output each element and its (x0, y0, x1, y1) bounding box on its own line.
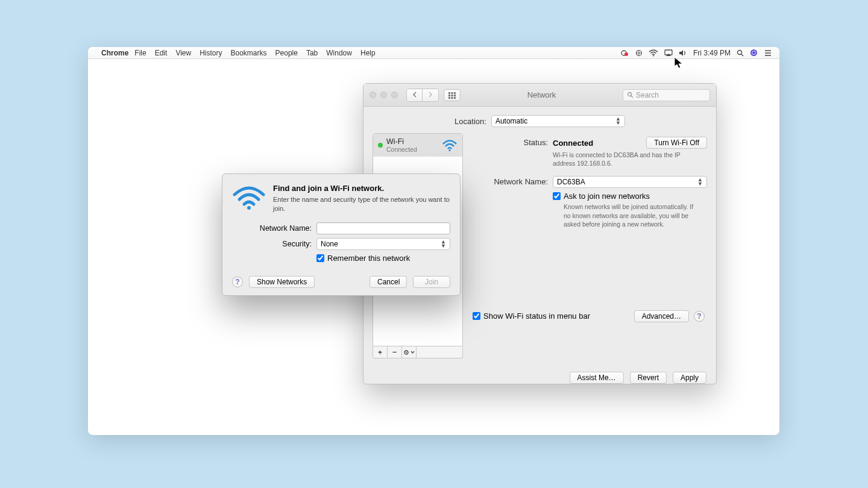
location-label: Location: (454, 117, 486, 126)
advanced-button[interactable]: Advanced… (634, 310, 689, 322)
window-button-bar: Assist Me… Revert Apply (363, 363, 716, 392)
remember-network-checkbox[interactable] (316, 254, 324, 262)
cancel-button[interactable]: Cancel (370, 276, 407, 288)
svg-rect-16 (448, 92, 450, 94)
svg-rect-20 (451, 95, 453, 96)
menubar-clock[interactable]: Fri 3:49 PM (693, 49, 731, 57)
svg-point-11 (750, 49, 757, 56)
svg-rect-18 (454, 92, 456, 94)
svg-rect-23 (451, 97, 453, 99)
show-status-checkbox[interactable] (473, 312, 480, 320)
svg-rect-21 (454, 95, 456, 96)
notification-center-icon[interactable] (764, 49, 772, 57)
minimize-window-icon[interactable] (380, 92, 387, 98)
chevron-updown-icon: ▲▼ (441, 240, 446, 248)
menu-bookmarks[interactable]: Bookmarks (231, 49, 267, 57)
detail-pane: Status: Connected Turn Wi-Fi Off Wi-Fi i… (468, 133, 707, 358)
remove-service-button[interactable]: − (388, 346, 402, 358)
show-status-label: Show Wi-Fi status in menu bar (483, 311, 590, 321)
wifi-large-icon (232, 184, 266, 214)
service-actions-button[interactable] (402, 346, 417, 358)
window-titlebar: Network Search (363, 84, 716, 107)
sidebar-footer: + − (373, 346, 463, 358)
help-button[interactable]: ? (694, 311, 705, 322)
svg-rect-19 (448, 95, 450, 96)
revert-button[interactable]: Revert (630, 372, 667, 384)
menu-window[interactable]: Window (326, 49, 352, 57)
svg-point-9 (738, 50, 742, 54)
status-icon-2[interactable] (635, 49, 643, 57)
menu-tab[interactable]: Tab (306, 49, 318, 57)
network-name-value: DC63BA (557, 178, 585, 186)
volume-icon[interactable] (679, 49, 687, 57)
status-value: Connected (553, 139, 593, 148)
status-icon-1[interactable] (621, 49, 629, 57)
dialog-subtitle: Enter the name and security type of the … (273, 195, 450, 214)
join-wifi-dialog: Find and join a Wi-Fi network. Enter the… (222, 174, 461, 296)
show-all-button[interactable] (444, 89, 461, 101)
nav-buttons (406, 89, 439, 102)
security-select[interactable]: None ▲▼ (316, 238, 450, 250)
svg-line-10 (741, 54, 743, 56)
ask-to-join-label: Ask to join new networks (564, 192, 650, 201)
menu-file[interactable]: File (134, 49, 146, 57)
status-label: Status: (471, 137, 553, 147)
status-dot-icon (378, 143, 383, 148)
airplay-icon[interactable] (664, 49, 673, 57)
menu-help[interactable]: Help (360, 49, 376, 57)
app-menu[interactable]: Chrome (101, 49, 128, 57)
close-window-icon[interactable] (370, 92, 376, 98)
network-name-label: Network Name: (471, 176, 553, 186)
search-placeholder: Search (636, 91, 659, 99)
back-button[interactable] (407, 89, 423, 101)
dialog-security-label: Security: (232, 240, 316, 248)
status-help-text: Wi-Fi is connected to DC63BA and has the… (553, 151, 685, 167)
sidebar-item-name: Wi-Fi (386, 137, 438, 146)
svg-point-29 (406, 352, 407, 353)
desktop-frame: Chrome File Edit View History Bookmarks … (88, 47, 779, 435)
search-field[interactable]: Search (623, 89, 710, 101)
sidebar-item-wifi[interactable]: Wi-Fi Connected (373, 134, 462, 157)
network-name-input[interactable] (316, 222, 450, 234)
spotlight-icon[interactable] (737, 49, 744, 57)
svg-rect-17 (451, 92, 453, 94)
turn-wifi-off-button[interactable]: Turn Wi-Fi Off (646, 137, 707, 149)
svg-point-25 (628, 93, 632, 96)
ask-to-join-help: Known networks will be joined automatica… (564, 202, 696, 228)
forward-button[interactable] (423, 89, 438, 101)
svg-rect-22 (448, 97, 450, 99)
menu-history[interactable]: History (200, 49, 222, 57)
menu-people[interactable]: People (275, 49, 298, 57)
zoom-window-icon[interactable] (391, 92, 398, 98)
svg-point-27 (448, 149, 450, 151)
chevron-down-icon (410, 351, 415, 354)
search-icon (627, 92, 634, 98)
gear-icon (403, 349, 410, 356)
window-title: Network (465, 90, 618, 99)
join-button[interactable]: Join (413, 276, 450, 288)
dialog-title: Find and join a Wi-Fi network. (273, 184, 450, 193)
ask-to-join-checkbox[interactable] (553, 192, 561, 200)
siri-icon[interactable] (750, 49, 758, 57)
menu-view[interactable]: View (175, 49, 191, 57)
dialog-help-button[interactable]: ? (232, 277, 243, 287)
dialog-name-label: Network Name: (232, 224, 316, 233)
network-name-select[interactable]: DC63BA ▲▼ (553, 176, 707, 188)
assist-me-button[interactable]: Assist Me… (570, 372, 624, 384)
apply-button[interactable]: Apply (673, 372, 706, 384)
svg-point-30 (247, 206, 251, 210)
location-value: Automatic (495, 117, 527, 125)
wifi-menu-icon[interactable] (649, 49, 658, 57)
window-traffic-lights[interactable] (370, 92, 398, 98)
remember-network-label: Remember this network (327, 254, 410, 263)
location-select[interactable]: Automatic ▲▼ (491, 115, 625, 127)
svg-rect-24 (454, 97, 456, 99)
wifi-icon (442, 139, 458, 152)
add-service-button[interactable]: + (373, 346, 388, 358)
show-networks-button[interactable]: Show Networks (249, 276, 315, 288)
svg-line-26 (631, 96, 633, 98)
chevron-updown-icon: ▲▼ (697, 178, 703, 186)
security-value: None (321, 240, 338, 248)
menubar: Chrome File Edit View History Bookmarks … (88, 47, 779, 59)
menu-edit[interactable]: Edit (155, 49, 168, 57)
